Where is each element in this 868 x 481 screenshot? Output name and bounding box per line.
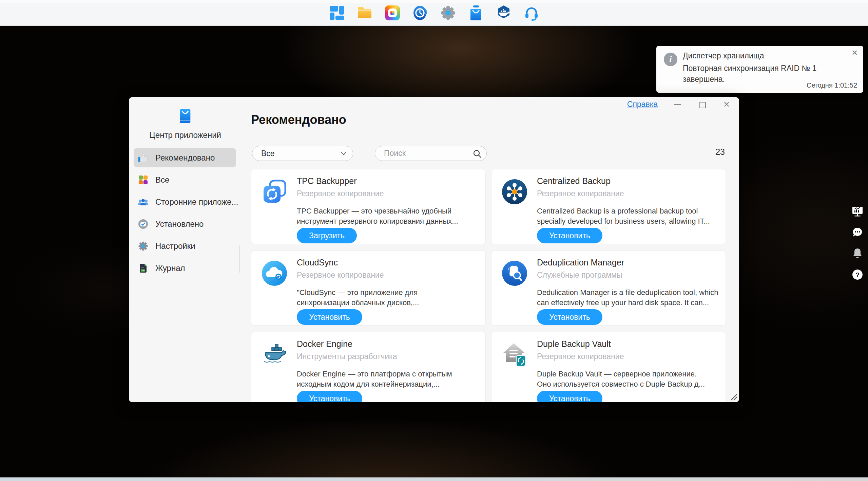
svg-text:LOG: LOG bbox=[141, 270, 145, 272]
maximize-icon[interactable] bbox=[698, 100, 707, 109]
app-center-bag-icon bbox=[177, 107, 193, 125]
notification-title: Диспетчер хранилища bbox=[683, 51, 764, 60]
app-description: Dedulication Manager is a file deduplica… bbox=[537, 288, 722, 308]
taskbar-icons bbox=[0, 5, 868, 21]
svg-text:?: ? bbox=[855, 271, 860, 278]
app-center-brand: Центр приложений bbox=[129, 107, 242, 140]
sidebar-item-recommended[interactable]: Рекомендовано bbox=[134, 148, 236, 167]
desktop-edge-icons: ? bbox=[851, 205, 865, 289]
multimedia-icon[interactable] bbox=[384, 5, 401, 21]
sidebar-item-settings[interactable]: Настройки bbox=[134, 236, 236, 256]
app-category: Резервное копирование bbox=[297, 189, 384, 198]
sidebar-item-label: Настройки bbox=[155, 241, 195, 251]
close-icon[interactable]: ✕ bbox=[722, 100, 731, 109]
category-filter-value: Все bbox=[261, 149, 275, 158]
search-box bbox=[375, 146, 487, 161]
chevron-down-icon bbox=[341, 151, 347, 156]
search-icon[interactable] bbox=[473, 149, 482, 158]
help-link[interactable]: Справка bbox=[627, 100, 658, 109]
sidebar-item-label: Все bbox=[155, 175, 169, 185]
app-name: Duple Backup Vault bbox=[537, 339, 611, 349]
app-card: Centralized Backup Резервное копирование… bbox=[491, 169, 726, 244]
cloudsync-icon bbox=[261, 260, 288, 287]
duple-backup-vault-icon bbox=[501, 341, 528, 368]
app-cards-grid: TPC Backupper Резервное копирование TPC … bbox=[251, 169, 726, 402]
app-description: "CloudSync — это приложение для синхрони… bbox=[297, 288, 482, 308]
sidebar-items: Рекомендовано Все bbox=[134, 148, 236, 280]
sidebar-item-all[interactable]: Все bbox=[134, 170, 236, 189]
window-controls: Справка ✕ bbox=[627, 100, 731, 109]
download-button[interactable]: Загрузить bbox=[297, 228, 357, 243]
backup-time-machine-icon[interactable] bbox=[412, 5, 428, 21]
app-description: Duple Backup Vault — серверное приложени… bbox=[537, 369, 722, 389]
app-card: Deduplication Manager Служебные программ… bbox=[491, 251, 726, 326]
docker-engine-icon bbox=[261, 341, 288, 368]
app-center-icon[interactable] bbox=[468, 5, 484, 21]
sidebar-item-third-party[interactable]: Сторонние приложе... bbox=[134, 192, 236, 211]
app-description: TPC Backupper — это чрезвычайно удобный … bbox=[297, 206, 482, 226]
sidebar-item-log[interactable]: LOG Журнал bbox=[134, 258, 236, 278]
sidebar-item-label: Сторонние приложе... bbox=[155, 197, 238, 207]
help-icon[interactable]: ? bbox=[851, 268, 864, 281]
app-category: Инструменты разработчика bbox=[297, 352, 397, 361]
sidebar: Центр приложений Рекомендовано bbox=[129, 97, 242, 402]
log-icon: LOG bbox=[138, 263, 149, 274]
app-name: CloudSync bbox=[297, 258, 338, 267]
app-name: Docker Engine bbox=[297, 339, 352, 349]
apps-count: 23 bbox=[715, 147, 725, 157]
window-content: Рекомендовано Все 23 bbox=[242, 97, 739, 402]
app-name: Centralized Backup bbox=[537, 176, 611, 186]
sidebar-item-installed[interactable]: Установлено bbox=[134, 214, 236, 234]
filter-row: Все 23 bbox=[251, 146, 739, 161]
bottom-taskbar-strip[interactable] bbox=[0, 477, 868, 481]
install-button[interactable]: Установить bbox=[537, 391, 602, 402]
centralized-backup-icon bbox=[501, 178, 528, 205]
install-button[interactable]: Установить bbox=[537, 309, 602, 325]
page-title: Рекомендовано bbox=[251, 113, 346, 127]
category-filter-dropdown[interactable]: Все bbox=[252, 146, 353, 161]
app-card: Docker Engine Инструменты разработчика D… bbox=[251, 332, 486, 402]
app-card: TPC Backupper Резервное копирование TPC … bbox=[251, 169, 486, 244]
remote-support-icon[interactable] bbox=[523, 5, 540, 21]
app-description: Centralized Backup is a professional bac… bbox=[537, 206, 722, 226]
app-category: Резервное копирование bbox=[297, 271, 384, 280]
app-category: Резервное копирование bbox=[537, 352, 624, 361]
control-panel-icon[interactable] bbox=[440, 5, 456, 21]
sidebar-splitter-handle[interactable] bbox=[239, 245, 242, 259]
sidebar-item-label: Установлено bbox=[155, 219, 204, 229]
third-party-icon bbox=[138, 197, 149, 207]
app-description: Docker Engine — это платформа с открытым… bbox=[297, 369, 482, 389]
sidebar-item-label: Журнал bbox=[155, 263, 185, 273]
notifications-bell-icon[interactable] bbox=[851, 247, 864, 260]
deduplication-manager-icon bbox=[501, 260, 528, 287]
app-center-window: Справка ✕ Центр приложений bbox=[129, 97, 739, 402]
search-input[interactable] bbox=[384, 146, 472, 160]
desktop: i Диспетчер хранилища Повторная синхрони… bbox=[0, 0, 868, 481]
install-button[interactable]: Установить bbox=[297, 391, 362, 402]
dashboard-icon[interactable] bbox=[329, 5, 345, 21]
info-icon: i bbox=[664, 53, 677, 66]
app-card: Duple Backup Vault Резервное копирование… bbox=[491, 332, 726, 402]
performance-monitor-icon[interactable] bbox=[851, 205, 864, 218]
install-button[interactable]: Установить bbox=[297, 309, 362, 325]
window-resize-handle[interactable] bbox=[729, 392, 738, 401]
notification-time: Сегодня 1:01:52 bbox=[807, 81, 857, 89]
app-center-title: Центр приложений bbox=[129, 130, 242, 140]
docker-icon[interactable] bbox=[496, 5, 512, 21]
tpc-backupper-icon bbox=[261, 178, 288, 205]
thumb-up-icon bbox=[138, 152, 149, 163]
close-icon[interactable]: ✕ bbox=[852, 49, 858, 57]
taskbar bbox=[0, 0, 868, 26]
app-name: TPC Backupper bbox=[297, 176, 356, 186]
file-manager-icon[interactable] bbox=[356, 5, 373, 21]
app-card: CloudSync Резервное копирование "CloudSy… bbox=[251, 251, 486, 326]
minimize-icon[interactable] bbox=[673, 100, 682, 109]
installed-icon bbox=[138, 219, 149, 229]
notification-toast: i Диспетчер хранилища Повторная синхрони… bbox=[656, 46, 863, 93]
install-button[interactable]: Установить bbox=[537, 228, 602, 243]
sidebar-item-label: Рекомендовано bbox=[155, 153, 215, 163]
settings-icon bbox=[138, 241, 149, 252]
app-category: Служебные программы bbox=[537, 271, 622, 280]
feedback-chat-icon[interactable] bbox=[851, 226, 864, 239]
app-category: Резервное копирование bbox=[537, 189, 624, 198]
